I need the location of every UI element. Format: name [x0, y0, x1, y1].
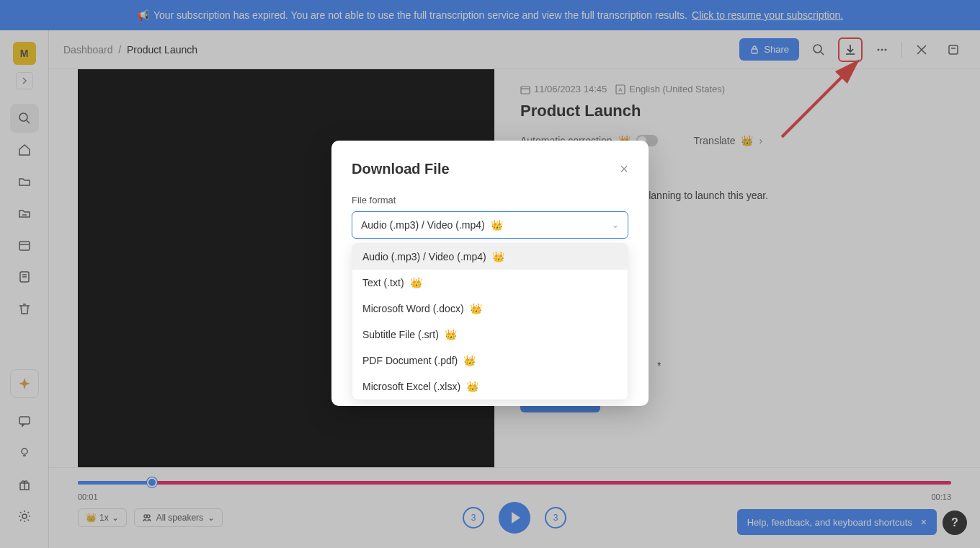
format-option-pdf[interactable]: PDF Document (.pdf)👑 — [352, 348, 628, 374]
option-label: Audio (.mp3) / Video (.mp4) — [362, 251, 486, 262]
crown-icon: 👑 — [410, 277, 422, 288]
selected-format: Audio (.mp3) / Video (.mp4) — [361, 219, 485, 231]
modal-header: Download File × — [352, 161, 628, 177]
format-option-audio-video[interactable]: Audio (.mp3) / Video (.mp4)👑 — [352, 244, 628, 270]
option-label: Subtitle File (.srt) — [362, 329, 439, 340]
file-format-select[interactable]: Audio (.mp3) / Video (.mp4) 👑 ⌄ — [352, 211, 628, 239]
format-option-txt[interactable]: Text (.txt)👑 — [352, 270, 628, 296]
modal-title: Download File — [352, 161, 450, 177]
crown-icon: 👑 — [463, 355, 476, 366]
format-option-xlsx[interactable]: Microsoft Excel (.xlsx)👑 — [352, 374, 628, 399]
file-format-dropdown: Audio (.mp3) / Video (.mp4)👑 Text (.txt)… — [352, 243, 628, 400]
format-option-srt[interactable]: Subtitle File (.srt)👑 — [352, 322, 628, 348]
modal-close-button[interactable]: × — [620, 161, 628, 177]
file-format-label: File format — [352, 195, 628, 206]
chevron-down-icon: ⌄ — [612, 220, 619, 230]
option-label: Microsoft Word (.docx) — [362, 303, 464, 314]
download-modal: Download File × File format Audio (.mp3)… — [331, 141, 649, 406]
crown-icon: 👑 — [492, 251, 504, 262]
option-label: Microsoft Excel (.xlsx) — [362, 381, 460, 392]
option-label: Text (.txt) — [362, 277, 404, 288]
crown-icon: 👑 — [445, 329, 457, 340]
format-option-docx[interactable]: Microsoft Word (.docx)👑 — [352, 296, 628, 322]
crown-icon: 👑 — [466, 381, 478, 392]
crown-icon: 👑 — [470, 303, 482, 314]
crown-icon: 👑 — [491, 219, 503, 231]
option-label: PDF Document (.pdf) — [362, 355, 458, 366]
